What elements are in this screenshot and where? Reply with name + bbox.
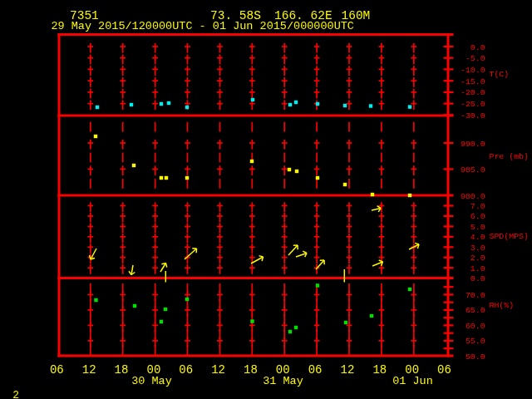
svg-text:-20.0: -20.0 [461,88,485,97]
svg-text:-30.0: -30.0 [461,111,485,121]
svg-text:18: 18 [115,363,129,377]
svg-text:T(C): T(C) [490,70,510,79]
svg-text:-5.0: -5.0 [466,54,485,63]
svg-text:Pre (mb): Pre (mb) [490,152,529,161]
svg-text:1.0: 1.0 [470,264,485,273]
svg-text:18: 18 [372,363,387,377]
svg-text:06: 06 [179,363,193,377]
svg-text:-15.0: -15.0 [461,77,485,86]
svg-text:29 May 2015/120000UTC - 01 Jun: 29 May 2015/120000UTC - 01 Jun 2015/0000… [51,20,354,32]
svg-text:55.0: 55.0 [466,337,485,346]
svg-text:30 May: 30 May [131,375,172,387]
svg-text:6.0: 6.0 [470,212,485,221]
svg-text:2.0: 2.0 [470,254,485,263]
svg-text:5.0: 5.0 [470,223,485,232]
svg-text:65.0: 65.0 [466,306,485,315]
svg-text:980.0: 980.0 [461,192,485,201]
svg-text:7.0: 7.0 [470,202,485,211]
svg-text:3.0: 3.0 [470,244,485,253]
svg-text:2: 2 [12,389,19,399]
svg-text:06: 06 [437,363,451,377]
svg-text:06: 06 [308,363,323,377]
svg-text:70.0: 70.0 [466,291,485,300]
svg-text:-10.0: -10.0 [461,66,485,75]
svg-text:12: 12 [341,363,355,377]
svg-text:12: 12 [82,363,96,377]
svg-text:985.0: 985.0 [461,165,485,175]
svg-text:-25.0: -25.0 [461,100,485,109]
svg-text:12: 12 [211,363,225,377]
svg-text:60.0: 60.0 [466,322,485,331]
svg-text:18: 18 [244,363,258,377]
svg-text:990.0: 990.0 [461,140,485,149]
svg-text:4.0: 4.0 [470,233,485,242]
svg-text:06: 06 [50,363,64,377]
svg-text:RH(%): RH(%) [490,301,515,310]
svg-text:SPD(MPS): SPD(MPS) [490,232,529,241]
svg-text:50.0: 50.0 [466,352,485,362]
svg-text:0.0: 0.0 [470,274,485,283]
svg-text:01 Jun: 01 Jun [392,375,433,387]
svg-text:31 May: 31 May [263,375,303,387]
svg-text:0.0: 0.0 [470,43,485,52]
